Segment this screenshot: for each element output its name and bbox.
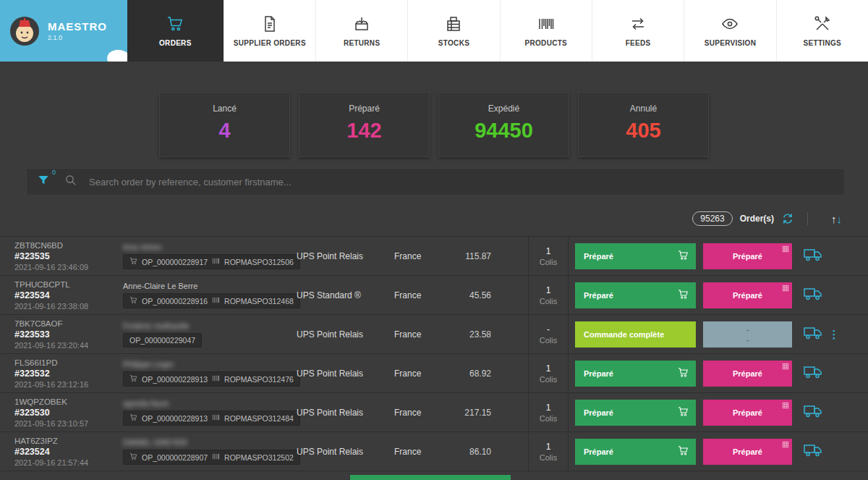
parcel-count: 1 [546,363,551,374]
refresh-button[interactable] [781,212,794,225]
shipping-truck-button[interactable] [804,248,822,264]
sort-up-icon: ↑ [831,213,837,225]
supplier-status-button[interactable]: Préparé [703,361,792,387]
parcel-label: Colis [540,375,557,384]
parcel-label: Colis [540,453,557,462]
search-icon [64,174,77,190]
logistics-status-button[interactable]: Préparé [575,400,696,426]
sort-button[interactable]: ↑↓ [831,213,842,225]
truck-icon [804,365,822,379]
supplier-status-button[interactable]: Préparé [703,400,792,426]
order-ref-cell: 7BK7C8AOF #323533 2021-09-16 23:20:44 [14,319,123,350]
kebab-menu[interactable]: ⋮ [828,328,840,341]
supplier-status-button[interactable]: Préparé [703,243,792,269]
supplier-status-button[interactable]: - - [703,321,792,348]
carrier-name: UPS Point Relais [297,329,394,340]
supplier-status-label: Préparé [733,447,762,456]
order-ref-cell: HAT6Z3IPZ #323524 2021-09-16 21:57:44 [14,437,123,467]
order-id: #323533 [14,329,123,340]
logo-decor [106,48,127,62]
app-logo: MAESTRO 2.1.0 [0,0,127,62]
carrier-name: UPS Point Relais [297,447,394,457]
supplier-status-button[interactable]: Préparé [703,282,792,308]
tab-returns[interactable]: RETURNS [315,0,407,62]
top-header: MAESTRO 2.1.0 ORDERS SUPPLIER ORDERS [0,0,868,62]
order-datetime: 2021-09-16 21:57:44 [14,458,123,467]
logistics-status-label: Commande complète [584,330,664,339]
truck-icon [804,443,822,458]
customer-cell: DANIEL GREYER OP_000000228907 ROPMASPO31… [123,438,297,465]
tab-stocks[interactable]: STOCKS [407,0,499,62]
stat-label: Expédié [439,104,569,114]
order-total: 86.10 [446,447,491,457]
parcel-label: Colis [540,258,557,266]
parcel-count: - [547,324,550,334]
order-ref-cell: 1WQPZOBEK #323530 2021-09-16 23:10:57 [14,397,123,428]
shipping-truck-button[interactable] [804,443,822,460]
tab-settings[interactable]: SETTINGS [776,0,868,62]
tab-products[interactable]: PRODUCTS [500,0,592,62]
customer-name: DANIEL GREYER [123,438,282,447]
stat-label: Lancé [160,104,289,114]
shipping-truck-button[interactable] [804,365,822,382]
stocks-shelf-icon [445,15,462,34]
customer-cell: Anne-Claire Le Berre OP_000000228916 ROP… [123,282,297,308]
order-id: #323532 [14,369,123,379]
refresh-icon [781,212,794,225]
order-refs-chip: OP_000000228916 ROPMASPO312468 [123,293,300,308]
cart-icon-button [678,445,689,458]
partial-next-row-button[interactable] [350,475,511,480]
op-reference: OP_000000228916 [142,297,208,306]
parcel-cell: 1 Colis [528,237,569,275]
eye-icon [721,15,739,34]
customer-cell: Frederic mulhardie OP_000000229047 [123,321,297,348]
logistics-status-button[interactable]: Préparé [575,243,696,269]
order-refs-chip: OP_000000228913 ROPMASPO312476 [123,371,300,387]
shipping-truck-button[interactable] [804,326,822,342]
barcode-icon-small [212,257,220,266]
search-input[interactable] [89,177,834,188]
logistics-status-button[interactable]: Préparé [575,361,696,387]
customer-cell: Philippe Leger OP_000000228913 ROPMASPO3… [123,360,297,387]
sort-down-icon: ↓ [837,213,843,225]
cart-icon-button [678,367,689,379]
parcel-label: Colis [540,297,557,306]
stat-value: 142 [299,119,429,143]
truck-icon [804,287,822,301]
parcel-cell: - Colis [528,315,569,353]
logistics-status-label: Préparé [584,291,613,300]
order-count-label: Order(s) [740,214,774,224]
tab-orders[interactable]: ORDERS [127,0,224,62]
grid-icon [782,245,789,254]
cart-icon-small [129,452,137,462]
logistics-status-button[interactable]: Préparé [575,439,696,465]
logistics-status-button[interactable]: Commande complète [575,321,696,348]
logistics-status-button[interactable]: Préparé [575,282,696,308]
truck-icon [804,404,822,418]
cart-icon-small [129,413,137,423]
order-id: #323534 [14,290,123,300]
filter-button[interactable]: 0 [37,174,53,190]
parcel-cell: 1 Colis [528,276,569,314]
order-reference: FLS66I1PD [14,358,123,367]
supplier-status-button[interactable]: Préparé [703,439,792,465]
order-datetime: 2021-09-16 23:12:16 [14,380,123,389]
table-row: 7BK7C8AOF #323533 2021-09-16 23:20:44 Fr… [0,314,868,353]
invoice-icon [261,15,278,34]
shipping-truck-button[interactable] [804,404,822,421]
op-reference: OP_000000228907 [142,453,208,462]
order-total: 45.56 [446,290,491,300]
app-name: MAESTRO [48,20,107,33]
cart-icon-button [678,406,689,418]
tab-supplier-orders[interactable]: SUPPLIER ORDERS [224,0,315,62]
tab-feeds[interactable]: FEEDS [592,0,684,62]
table-row: TPHUCBCPTL #323534 2021-09-16 23:38:08 A… [0,275,868,314]
supplier-status-label2: - [746,335,749,344]
order-refs-chip: OP_000000228907 ROPMASPO312502 [123,450,300,465]
order-reference: 7BK7C8AOF [14,319,123,328]
orders-toolbar: 95263 Order(s) ↑↓ [26,210,842,227]
shipping-truck-button[interactable] [804,287,822,303]
truck-icon [804,326,822,340]
tab-supervision[interactable]: SUPERVISION [684,0,775,62]
barcode-icon-small [212,374,220,384]
